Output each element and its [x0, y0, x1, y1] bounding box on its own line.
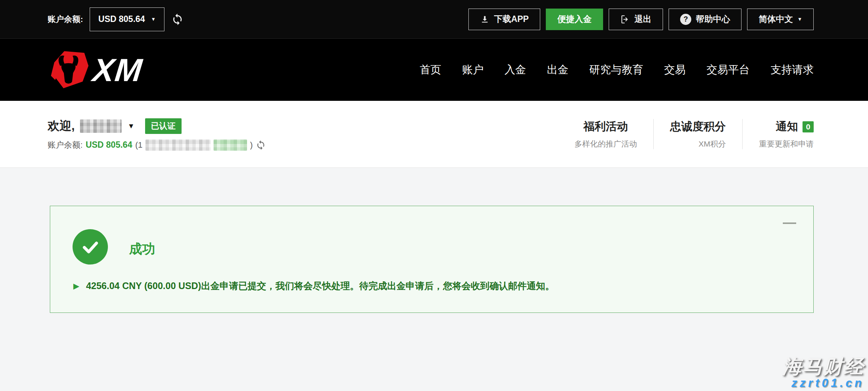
nav-item-account[interactable]: 账户 — [462, 63, 484, 77]
verified-status-badge: 已认证 — [145, 118, 182, 134]
xm-logo[interactable]: XM — [48, 49, 142, 91]
main-navbar: XM 首页 账户 入金 出金 研究与教育 交易 交易平台 支持请求 — [0, 39, 868, 101]
watermark: 海马财经 zzrt01.cn — [782, 356, 864, 390]
notifications-title-row: 通知 0 — [759, 119, 814, 134]
refresh-balance-button[interactable] — [171, 13, 184, 26]
notifications-subtitle: 重要更新和申请 — [759, 139, 814, 149]
logout-label: 退出 — [634, 13, 651, 25]
help-icon: ? — [680, 14, 691, 25]
quick-deposit-button[interactable]: 便捷入金 — [546, 9, 603, 30]
username-redacted — [80, 119, 122, 133]
promotions-title: 福利活动 — [574, 119, 637, 134]
refresh-icon — [256, 140, 266, 150]
loyalty-title: 忠诚度积分 — [670, 119, 726, 134]
logout-icon — [620, 15, 630, 24]
download-icon — [480, 15, 490, 24]
help-center-label: 帮助中心 — [696, 13, 730, 25]
quick-links: 福利活动 多样化的推广活动 忠诚度积分 XM积分 通知 0 重要更新和申请 — [558, 119, 814, 149]
main-menu: 首页 账户 入金 出金 研究与教育 交易 交易平台 支持请求 — [420, 63, 814, 77]
help-center-button[interactable]: ? 帮助中心 — [669, 9, 742, 30]
notification-count-badge: 0 — [803, 121, 814, 132]
language-selector[interactable]: 简体中文 ▼ — [747, 9, 814, 30]
welcome-strip: 欢迎, ▼ 已认证 账户余额: USD 805.64 (1 ) 福利活动 — [0, 101, 868, 168]
logout-button[interactable]: 退出 — [609, 9, 663, 30]
account-number-close: ) — [250, 140, 253, 150]
watermark-url: zzrt01.cn — [782, 377, 864, 390]
quick-deposit-label: 便捷入金 — [557, 13, 592, 25]
language-label: 简体中文 — [759, 13, 793, 25]
account-balance-dropdown[interactable]: USD 805.64 ▼ — [90, 7, 164, 31]
nav-item-support[interactable]: 支持请求 — [771, 63, 814, 77]
success-message: 4256.04 CNY (600.00 USD)出金申请已提交，我们将会尽快处理… — [86, 280, 554, 292]
chevron-down-icon: ▼ — [797, 17, 802, 22]
link-promotions[interactable]: 福利活动 多样化的推广活动 — [558, 119, 653, 149]
link-loyalty-points[interactable]: 忠诚度积分 XM积分 — [653, 119, 742, 149]
chevron-down-icon: ▼ — [151, 17, 156, 22]
account-type-redacted — [214, 140, 247, 151]
welcome-greeting: 欢迎, — [48, 118, 75, 134]
nav-item-trading[interactable]: 交易 — [664, 63, 686, 77]
account-balance-label: 账户余额: — [48, 14, 83, 25]
refresh-icon — [171, 13, 184, 26]
download-app-label: 下载APP — [494, 13, 529, 25]
account-number-open: (1 — [135, 140, 142, 150]
success-check-icon — [73, 229, 108, 265]
link-notifications[interactable]: 通知 0 重要更新和申请 — [742, 119, 814, 149]
success-alert-panel: 成功 ▶ 4256.04 CNY (600.00 USD)出金申请已提交，我们将… — [50, 206, 814, 313]
nav-item-home[interactable]: 首页 — [420, 63, 441, 77]
user-dropdown-caret-icon[interactable]: ▼ — [128, 122, 135, 130]
promotions-subtitle: 多样化的推广活动 — [574, 139, 637, 149]
top-utility-bar: 账户余额: USD 805.64 ▼ 下载APP 便捷入金 — [0, 0, 868, 39]
nav-item-withdraw[interactable]: 出金 — [547, 63, 568, 77]
refresh-account-button[interactable] — [256, 140, 266, 150]
bullet-triangle-icon: ▶ — [73, 282, 79, 290]
notifications-title: 通知 — [776, 119, 798, 134]
nav-item-research-education[interactable]: 研究与教育 — [589, 63, 643, 77]
loyalty-subtitle: XM积分 — [670, 139, 726, 149]
bull-logo-icon — [48, 49, 89, 91]
balance-label: 账户余额: — [48, 140, 83, 151]
account-balance-value: USD 805.64 — [98, 14, 145, 24]
account-number-redacted — [145, 140, 211, 151]
success-title: 成功 — [129, 240, 155, 258]
collapse-panel-button[interactable] — [783, 222, 796, 224]
brand-text: XM — [91, 54, 144, 86]
nav-item-platforms[interactable]: 交易平台 — [707, 63, 750, 77]
watermark-brand: 海马财经 — [782, 356, 864, 377]
download-app-button[interactable]: 下载APP — [468, 9, 540, 30]
balance-value: USD 805.64 — [86, 140, 132, 150]
nav-item-deposit[interactable]: 入金 — [505, 63, 526, 77]
main-content: 成功 ▶ 4256.04 CNY (600.00 USD)出金申请已提交，我们将… — [0, 168, 868, 391]
